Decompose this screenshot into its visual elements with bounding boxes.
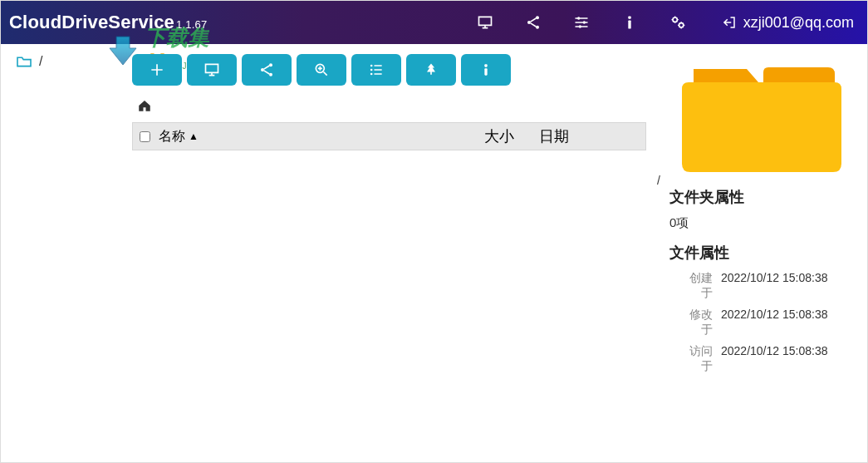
user-menu[interactable]: xzji001@qq.com [722,14,854,32]
right-details-panel: 文件夹属性 0项 文件属性 创建于 2022/10/12 15:08:38 修改… [656,44,867,462]
column-header-name[interactable]: 名称 ▲ [159,128,439,145]
app-brand: CloudDriveService1.1.67 [9,12,207,33]
svg-point-4 [582,21,585,23]
svg-point-16 [370,73,373,76]
svg-rect-17 [484,64,487,66]
settings-icon[interactable] [665,10,690,35]
top-navbar: CloudDriveService1.1.67 xzji001@qq.com [1,1,867,44]
breadcrumb[interactable] [132,91,646,122]
info-icon[interactable] [617,10,642,35]
info-button[interactable] [461,54,511,86]
folder-outline-icon [16,55,32,68]
svg-point-15 [370,69,373,71]
tree-view-button[interactable] [406,54,456,86]
prop-row-created: 创建于 2022/10/12 15:08:38 [669,271,854,301]
file-props-title: 文件属性 [669,243,854,263]
prop-row-modified: 修改于 2022/10/12 15:08:38 [669,308,854,337]
root-path-label: / [39,54,42,69]
svg-rect-7 [628,21,630,29]
mount-button[interactable] [187,54,237,86]
item-count: 0项 [669,215,854,231]
created-value: 2022/10/12 15:08:38 [721,271,827,301]
app-title: CloudDriveService [9,12,174,32]
monitor-icon[interactable] [473,10,498,35]
share-icon[interactable] [521,10,546,35]
svg-point-14 [370,65,373,67]
sidebar-root-path[interactable]: / [16,54,127,69]
modified-label: 修改于 [669,308,713,337]
svg-rect-18 [484,68,487,75]
path-indicator: / [657,174,660,187]
list-view-button[interactable] [351,54,401,86]
table-header: 名称 ▲ 大小 日期 [132,122,646,150]
app-version: 1.1.67 [176,18,207,31]
zoom-button[interactable] [297,54,346,86]
prop-row-accessed: 访问于 2022/10/12 15:08:38 [669,344,854,374]
center-panel: 名称 ▲ 大小 日期 / [132,44,656,462]
sort-indicator-icon: ▲ [189,131,199,142]
folder-icon [679,51,845,175]
column-header-date[interactable]: 日期 [539,126,639,146]
add-button[interactable] [132,54,182,86]
accessed-value: 2022/10/12 15:08:38 [721,344,827,374]
folder-props-title: 文件夹属性 [669,187,854,207]
column-header-size[interactable]: 大小 [439,126,539,146]
home-icon [137,99,152,112]
modified-value: 2022/10/12 15:08:38 [721,308,827,337]
svg-rect-6 [628,17,630,19]
logout-icon [722,15,737,30]
select-all-checkbox[interactable] [140,131,150,142]
share-button[interactable] [242,54,292,86]
toolbar [132,54,646,86]
svg-point-5 [578,25,581,27]
left-sidebar: / [1,44,132,462]
sliders-icon[interactable] [569,10,594,35]
created-label: 创建于 [669,271,713,301]
file-list-body [132,150,646,425]
svg-point-3 [577,17,580,19]
accessed-label: 访问于 [669,344,713,374]
nav-icon-group: xzji001@qq.com [473,10,854,35]
user-email: xzji001@qq.com [743,14,854,32]
folder-thumbnail [669,51,854,175]
